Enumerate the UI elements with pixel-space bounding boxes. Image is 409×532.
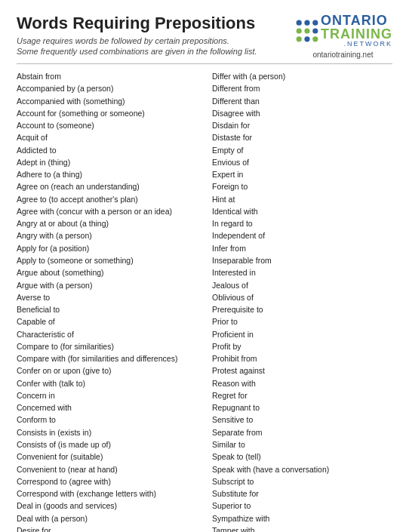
logo-text: ONTARIO TRAINING .NETWORK <box>321 14 392 48</box>
list-item: Interested in <box>212 266 392 278</box>
svg-point-6 <box>297 36 302 42</box>
columns: Abstain fromAccompanied by (a person)Acc… <box>17 70 392 532</box>
list-item: Consists in (exists in) <box>17 426 197 438</box>
list-item: Different from <box>212 82 392 94</box>
list-item: Infer from <box>212 242 392 254</box>
list-item: Protest against <box>212 364 392 377</box>
list-item: Account for (something or someone) <box>17 107 197 119</box>
list-item: Concerned with <box>17 401 197 414</box>
logo-training: TRAINING <box>321 27 392 41</box>
list-item: Agree on (reach an understanding) <box>17 180 197 192</box>
logo-website: ontariotraining.net <box>312 51 373 59</box>
logo-ontario: ONTARIO <box>321 14 392 27</box>
list-item: Argue with (a person) <box>17 279 197 291</box>
svg-point-8 <box>312 36 318 42</box>
list-item: Correspond to (agree with) <box>17 475 197 487</box>
list-item: In regard to <box>212 217 392 229</box>
list-item: Angry at or about (a thing) <box>17 217 197 229</box>
logo-container: ONTARIO TRAINING .NETWORK <box>294 14 392 48</box>
list-item: Separate from <box>212 426 392 438</box>
list-item: Conform to <box>17 414 197 426</box>
list-item: Speak with (have a conversation) <box>212 463 392 475</box>
list-item: Repugnant to <box>212 401 392 414</box>
list-item: Correspond with (exchange letters with) <box>17 487 197 500</box>
header: Words Requiring Prepositions Usage requi… <box>17 14 392 59</box>
list-item: Different than <box>212 95 392 107</box>
list-item: Confer with (talk to) <box>17 377 197 389</box>
list-item: Deal with (a person) <box>17 512 197 524</box>
svg-point-2 <box>312 20 318 25</box>
list-item: Consists of (is made up of) <box>17 438 197 451</box>
list-item: Addicted to <box>17 144 197 156</box>
list-item: Disagree with <box>212 107 392 119</box>
list-item: Compare with (for similarities and diffe… <box>17 352 197 364</box>
list-item: Tamper with <box>212 524 392 532</box>
left-column: Abstain fromAccompanied by (a person)Acc… <box>17 70 204 532</box>
list-item: Differ with (a person) <box>212 70 392 82</box>
list-item: Deal in (goods and services) <box>17 500 197 512</box>
svg-point-5 <box>312 28 318 33</box>
svg-point-1 <box>304 20 309 25</box>
list-item: Beneficial to <box>17 303 197 315</box>
list-item: Envious of <box>212 156 392 168</box>
list-item: Sensitive to <box>212 414 392 426</box>
list-item: Abstain from <box>17 70 197 82</box>
list-item: Convenient to (near at hand) <box>17 463 197 475</box>
list-item: Capable of <box>17 315 197 328</box>
list-item: Convenient for (suitable) <box>17 451 197 463</box>
list-item: Proficient in <box>212 328 392 340</box>
list-item: Independent of <box>212 229 392 241</box>
list-item: Desire for <box>17 524 197 532</box>
list-item: Prohibit from <box>212 352 392 364</box>
list-item: Accompanied with (something) <box>17 95 197 107</box>
svg-point-0 <box>297 20 302 25</box>
list-item: Compare to (for similarities) <box>17 340 197 352</box>
list-item: Characteristic of <box>17 328 197 340</box>
list-item: Concern in <box>17 389 197 401</box>
list-item: Expert in <box>212 168 392 180</box>
list-item: Adept in (thing) <box>17 156 197 168</box>
list-item: Prerequisite to <box>212 303 392 315</box>
list-item: Hint at <box>212 193 392 205</box>
list-item: Reason with <box>212 377 392 389</box>
list-item: Acquit of <box>17 131 197 143</box>
list-item: Similar to <box>212 438 392 451</box>
list-item: Oblivious of <box>212 291 392 303</box>
header-left: Words Requiring Prepositions Usage requi… <box>17 14 294 56</box>
page-title: Words Requiring Prepositions <box>17 14 294 33</box>
list-item: Angry with (a person) <box>17 229 197 241</box>
svg-point-4 <box>304 28 309 33</box>
list-item: Averse to <box>17 291 197 303</box>
logo-dots-icon <box>294 17 321 45</box>
list-item: Sympathize with <box>212 512 392 524</box>
subtitle2: Some frequently used combinations are gi… <box>17 47 294 56</box>
right-column: Differ with (a person)Different fromDiff… <box>204 70 392 532</box>
list-item: Speak to (tell) <box>212 451 392 463</box>
header-right: ONTARIO TRAINING .NETWORK ontariotrainin… <box>294 14 392 59</box>
list-item: Distaste for <box>212 131 392 143</box>
list-item: Argue about (something) <box>17 266 197 278</box>
list-item: Apply to (someone or something) <box>17 254 197 266</box>
list-item: Adhere to (a thing) <box>17 168 197 180</box>
svg-point-7 <box>304 36 309 42</box>
list-item: Foreign to <box>212 180 392 192</box>
list-item: Identical with <box>212 205 392 217</box>
list-item: Empty of <box>212 144 392 156</box>
page: Words Requiring Prepositions Usage requi… <box>0 0 409 532</box>
list-item: Prior to <box>212 315 392 328</box>
divider <box>17 63 392 64</box>
list-item: Accompanied by (a person) <box>17 82 197 94</box>
list-item: Subscript to <box>212 475 392 487</box>
list-item: Account to (someone) <box>17 119 197 131</box>
list-item: Substitute for <box>212 487 392 500</box>
list-item: Confer on or upon (give to) <box>17 364 197 377</box>
subtitle1: Usage requires words be followed by cert… <box>17 36 294 45</box>
list-item: Agree with (concur with a person or an i… <box>17 205 197 217</box>
list-item: Agree to (to accept another's plan) <box>17 193 197 205</box>
list-item: Disdain for <box>212 119 392 131</box>
list-item: Superior to <box>212 500 392 512</box>
list-item: Profit by <box>212 340 392 352</box>
svg-point-3 <box>297 28 302 33</box>
list-item: Inseparable from <box>212 254 392 266</box>
list-item: Jealous of <box>212 279 392 291</box>
